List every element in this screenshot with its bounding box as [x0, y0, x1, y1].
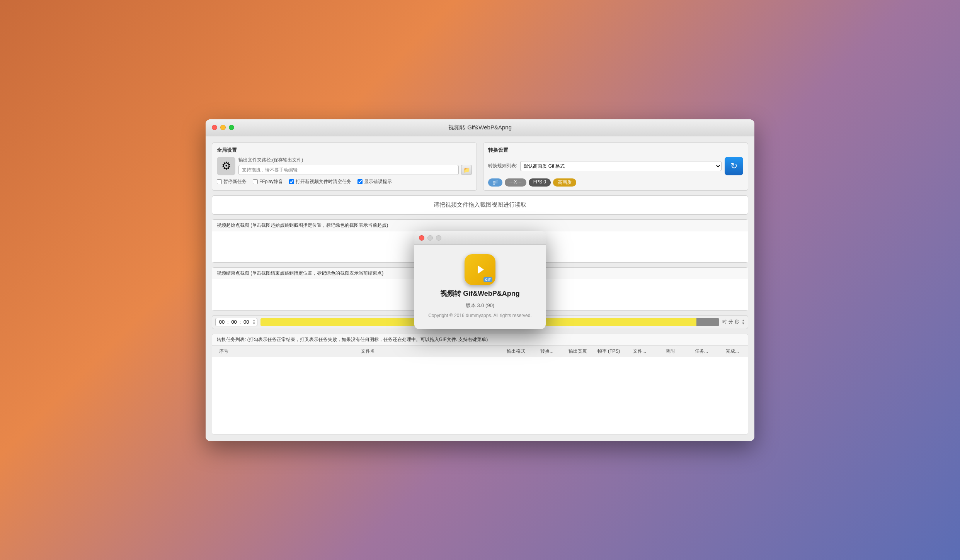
about-version: 版本 3.0 (90)	[466, 302, 494, 309]
app-icon-inner	[476, 265, 484, 274]
about-title-bar	[414, 231, 546, 245]
about-minimize-button[interactable]	[427, 235, 433, 241]
about-maximize-button[interactable]	[436, 235, 441, 241]
app-icon: GIF	[465, 254, 495, 285]
about-close-button[interactable]	[419, 235, 424, 241]
play-icon	[478, 265, 484, 274]
about-dialog[interactable]: GIF 视频转 Gif&WebP&Apng 版本 3.0 (90) Copyri…	[414, 231, 546, 329]
about-copyright: Copyright © 2016 dummyapps. All rights r…	[428, 313, 532, 318]
about-body: GIF 视频转 Gif&WebP&Apng 版本 3.0 (90) Copyri…	[414, 245, 546, 329]
main-window: 视频转 Gif&WebP&Apng 全局设置 ⚙ 输出文件夹路径:(保存输出文件…	[206, 119, 754, 441]
gif-badge: GIF	[483, 277, 492, 282]
about-app-name: 视频转 Gif&WebP&Apng	[440, 289, 520, 298]
about-dialog-overlay: GIF 视频转 Gif&WebP&Apng 版本 3.0 (90) Copyri…	[206, 119, 754, 441]
